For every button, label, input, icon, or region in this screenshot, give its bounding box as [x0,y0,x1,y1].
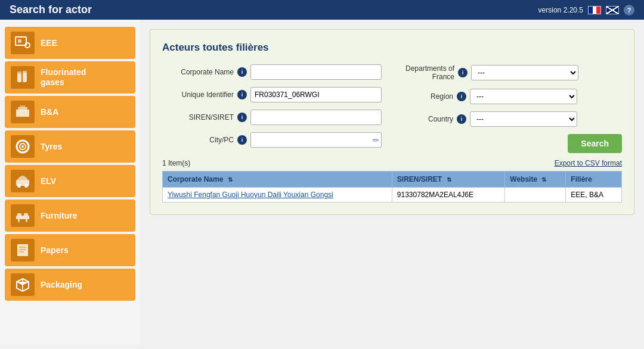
unique-identifier-info-icon[interactable]: i [237,90,247,99]
svg-rect-6 [17,71,21,74]
sidebar-item-eee-label: EEE [41,38,57,48]
tyres-icon [11,135,35,158]
region-row: Region i --- [405,89,622,104]
corporate-name-label: Corporate Name [162,68,234,76]
country-row: Country i --- [405,111,622,127]
papers-icon [11,239,35,261]
sidebar-item-elv-label: ELV [41,176,56,186]
region-select[interactable]: --- [470,89,577,104]
corporate-name-link[interactable]: Yiwushi Fengfan Guoji Huoyun Daili Youxi… [168,191,333,199]
siren-siret-label: SIREN/SIRET [162,113,234,121]
top-bar-right: version 2.20.5 ? [538,5,634,15]
region-label: Region [405,92,453,101]
ba-icon [11,101,35,123]
departments-row: Departments ofFrance i --- [405,64,622,82]
version-label: version 2.20.5 [538,6,583,14]
results-count: 1 Item(s) [162,159,190,167]
sort-arrows-corporate-name[interactable]: ⇅ [228,176,233,183]
help-icon[interactable]: ? [624,5,634,15]
departments-info-icon[interactable]: i [458,68,467,77]
region-info-icon[interactable]: i [457,92,466,101]
col-siren-siret[interactable]: SIREN/SIRET ⇅ [392,171,504,187]
svg-point-15 [17,184,21,188]
unique-identifier-row: Unique Identifier i [162,87,382,102]
departments-select[interactable]: --- [471,65,578,80]
col-filiere[interactable]: Filière [566,171,622,187]
col-website[interactable]: Website ⇅ [505,171,566,187]
table-row: Yiwushi Fengfan Guoji Huoyun Daili Youxi… [163,187,622,202]
svg-rect-5 [23,73,27,82]
svg-rect-18 [17,213,21,216]
sidebar-item-furniture[interactable]: Furniture [5,200,135,232]
cell-corporate-name: Yiwushi Fengfan Guoji Huoyun Daili Youxi… [163,187,392,202]
search-button[interactable]: Search [568,134,622,153]
export-csv-link[interactable]: Export to CSV format [555,159,622,167]
departments-label: Departments ofFrance [405,64,454,82]
furniture-icon [11,204,35,227]
country-info-icon[interactable]: i [457,114,466,124]
svg-rect-10 [20,105,26,108]
svg-point-13 [21,145,24,148]
main-layout: EEE Fluorinatedgases B&A Tyres [0,20,644,345]
cell-website [505,187,566,202]
table-header: Corporate Name ⇅ SIREN/SIRET ⇅ Website ⇅ [163,171,622,187]
sidebar: EEE Fluorinatedgases B&A Tyres [0,20,140,345]
sort-arrows-siren-siret[interactable]: ⇅ [447,176,451,183]
flag-uk-icon[interactable] [606,6,619,14]
city-pc-row: City/PC i ✏ [162,132,382,148]
top-bar: Search for actor version 2.20.5 ? [0,0,644,20]
svg-point-16 [24,184,28,188]
sidebar-item-tyres[interactable]: Tyres [5,130,135,163]
section-title: Acteurs toutes filières [162,42,622,54]
svg-rect-1 [18,39,21,43]
siren-siret-info-icon[interactable]: i [237,113,247,122]
sidebar-item-eee[interactable]: EEE [5,27,135,59]
results-table: Corporate Name ⇅ SIREN/SIRET ⇅ Website ⇅ [162,171,622,202]
svg-rect-21 [26,219,27,222]
country-label: Country [405,115,453,123]
results-header: 1 Item(s) Export to CSV format [162,159,622,167]
svg-rect-4 [17,74,21,82]
sidebar-item-tyres-label: Tyres [41,142,62,152]
svg-rect-22 [17,244,28,256]
svg-rect-7 [23,71,27,73]
siren-siret-row: SIREN/SIRET i [162,110,382,125]
sidebar-item-packaging-label: Packaging [41,280,82,290]
form-left: Corporate Name i Unique Identifier i SIR… [162,64,382,159]
corporate-name-info-icon[interactable]: i [237,67,247,77]
sidebar-item-ba[interactable]: B&A [5,96,135,128]
sidebar-item-fluorinated-gases[interactable]: Fluorinatedgases [5,61,135,94]
sidebar-item-packaging[interactable]: Packaging [5,269,135,301]
sidebar-item-furniture-label: Furniture [41,211,77,221]
sidebar-item-elv[interactable]: ELV [5,165,135,197]
sidebar-item-ba-label: B&A [41,107,58,117]
page-title: Search for actor [10,4,92,16]
unique-identifier-input[interactable] [250,87,382,102]
sort-arrows-website[interactable]: ⇅ [541,176,546,183]
svg-rect-8 [16,110,29,117]
flag-france-icon[interactable] [588,6,601,14]
siren-siret-input[interactable] [250,110,382,125]
city-pc-info-icon[interactable]: i [237,135,247,145]
city-pc-label: City/PC [162,136,234,144]
cell-filiere: EEE, B&A [566,187,622,202]
search-form: Corporate Name i Unique Identifier i SIR… [162,64,622,159]
country-select[interactable]: --- [470,111,577,127]
form-right: Departments ofFrance i --- Region i --- [405,64,622,159]
corporate-name-input[interactable] [250,64,382,80]
col-corporate-name[interactable]: Corporate Name ⇅ [163,171,392,187]
city-pc-input-wrapper: ✏ [250,132,382,148]
svg-rect-19 [24,213,28,216]
eee-icon [11,32,35,54]
corporate-name-row: Corporate Name i [162,64,382,80]
sidebar-item-fluorinated-gases-label: Fluorinatedgases [41,67,86,88]
sidebar-item-papers[interactable]: Papers [5,234,135,266]
unique-identifier-label: Unique Identifier [162,91,234,99]
elv-icon [11,170,35,192]
gas-icon [11,66,35,89]
svg-rect-20 [18,219,20,222]
search-button-row: Search [405,134,622,153]
table-body: Yiwushi Fengfan Guoji Huoyun Daili Youxi… [163,187,622,202]
pencil-icon[interactable]: ✏ [373,136,379,145]
city-pc-input[interactable] [250,132,382,148]
